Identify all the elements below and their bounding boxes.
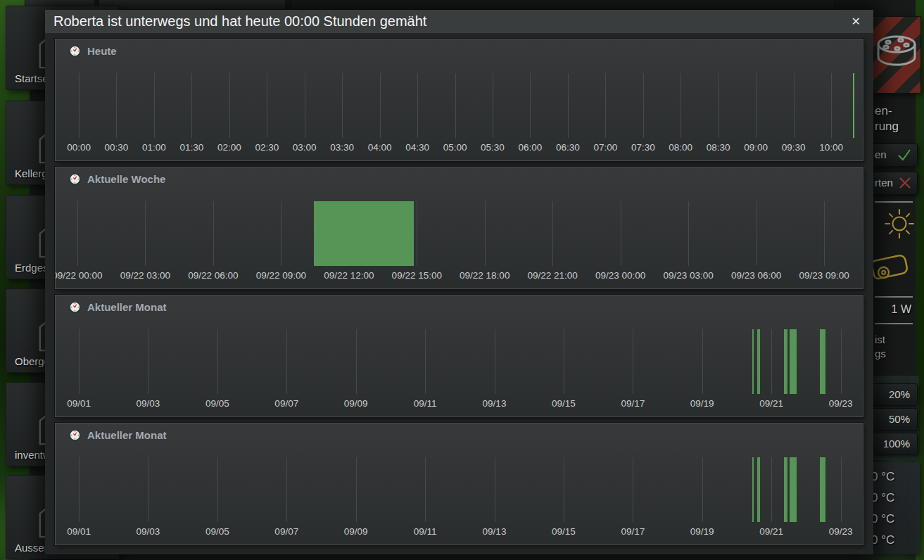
gridline [455,73,456,138]
power-value: 1 W [875,303,911,316]
chart-title: Aktueller Monat [87,301,167,313]
chart-x-axis: 09/0109/0309/0509/0709/0909/1109/1309/15… [56,398,863,411]
x-tick-label: 09/21 [759,398,783,409]
mower-status-text-line1: ist [875,333,885,345]
x-tick-label: 09/23 [829,526,853,537]
close-icon[interactable]: ✕ [847,13,865,30]
clock-icon [69,45,81,57]
x-tick-label: 07:30 [631,142,655,153]
chart-panel-heute: Heute00:0000:3001:0001:3002:0002:3003:00… [55,39,863,161]
mowing-activity-bar [790,457,797,522]
gridline [267,73,267,138]
gridline [824,201,825,266]
mowing-activity-bar [752,329,754,394]
chart-panel-aktueller-monat: Aktueller Monat09/0109/0309/0509/0709/09… [55,295,863,417]
mowing-activity-bar [853,73,854,138]
gridline [116,73,117,138]
temperature-value: 0 °C [871,512,918,526]
gridline [191,73,192,138]
x-tick-label: 09/23 [829,398,853,409]
mowing-activity-bar [820,329,825,394]
gridline [77,201,78,266]
gridline [148,457,148,522]
x-tick-label: 09/05 [205,398,229,409]
x-tick-label: 00:30 [105,142,129,153]
gridline [756,73,757,138]
background-tile-top-2 [99,0,286,10]
x-tick-label: 01:30 [179,142,203,153]
mower-status-tile[interactable] [871,16,921,94]
x-tick-label: 09:30 [782,142,806,153]
x-tick-label: 10:00 [819,142,843,153]
gridline [831,73,832,138]
gridline [495,329,495,394]
x-tick-label: 09/19 [690,398,714,409]
mower-statistics-dialog: Roberta ist unterwegs und hat heute 00:0… [45,10,873,554]
x-tick-label: 09/13 [483,398,507,409]
gridline [688,201,689,266]
x-tick-label: 09/11 [414,526,437,537]
x-tick-label: 09/22 18:00 [460,270,510,281]
cancel-button[interactable]: rten [867,172,918,195]
smart-home-app: { "window": { "title": "Roberta ist unte… [0,0,924,560]
x-tick-label: 09/15 [552,526,576,537]
x-tick-label: 07:00 [593,142,617,153]
gridline [702,457,703,522]
x-tick-label: 09/22 09:00 [256,270,306,281]
x-tick-label: 09/23 03:00 [663,270,713,281]
mowing-activity-bar [752,457,754,522]
chart-plot-area [56,329,863,394]
gridline [719,73,719,138]
x-tick-label: 02:00 [217,142,241,153]
x-tick-label: 04:00 [368,142,392,153]
gridline [493,73,493,138]
x-tick-label: 09/01 [67,526,91,537]
camera-icon[interactable] [870,248,913,286]
mowing-activity-bar [314,201,414,266]
temperature-value: 0 °C [871,470,918,484]
x-tick-label: 08:00 [669,142,692,153]
confirm-button[interactable]: en [867,144,918,167]
sun-icon [882,207,916,241]
cross-icon [898,176,912,190]
x-tick-label: 00:00 [67,142,91,153]
percent-button-20[interactable]: 20% [867,383,918,406]
percent-button-20-label: 20% [868,384,917,405]
mowing-activity-bar [784,329,787,394]
chart-panel-header: Aktuelle Woche [69,173,165,185]
x-tick-label: 03:00 [293,142,317,153]
dialog-body: Heute00:0000:3001:0001:3002:0002:3003:00… [45,33,873,545]
mowing-activity-bar [757,457,760,522]
mowing-activity-bar [757,329,760,394]
mowing-activity-bar [820,457,825,522]
gridline [356,329,357,394]
percent-button-50[interactable]: 50% [867,408,918,431]
x-tick-label: 09/09 [344,398,368,409]
gridline [417,73,418,138]
chart-x-axis: 09/0109/0309/0509/0709/0909/1109/1309/15… [56,526,863,539]
x-tick-label: 09/22 21:00 [528,270,578,281]
mower-status-text-line2: gs [875,348,886,359]
chart-plot-area [56,201,863,266]
gridline [530,73,531,138]
divider [875,323,913,324]
chart-title: Aktueller Monat [87,429,167,441]
percent-button-100-label: 100% [868,433,917,454]
gridline [552,201,553,266]
gridline [495,457,495,522]
gridline [771,457,772,522]
gridline [564,457,564,522]
grass-photo-band [0,554,924,560]
right-widget-label-line2: rung [875,120,899,134]
gridline [286,329,287,394]
x-tick-label: 09/22 03:00 [120,270,170,281]
gridline [356,457,357,522]
percent-button-100[interactable]: 100% [867,433,918,455]
gridline [643,73,644,138]
gridline [79,457,80,522]
x-tick-label: 09/15 [552,398,576,409]
x-tick-label: 05:30 [481,142,505,153]
gridline [145,201,146,266]
x-tick-label: 09/21 [759,526,783,537]
clock-icon [69,301,81,313]
